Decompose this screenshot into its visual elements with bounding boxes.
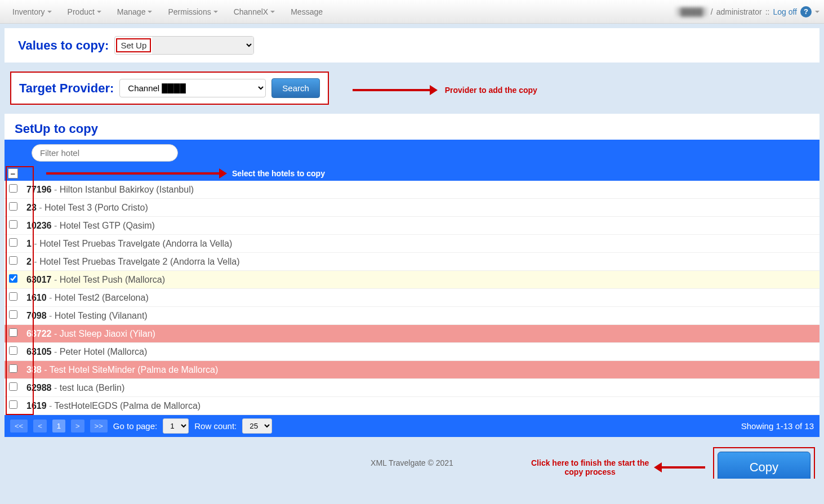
hotel-id: 1 xyxy=(26,239,32,248)
hotel-id: 62988 xyxy=(26,383,52,393)
hotel-id: 68722 xyxy=(26,329,52,338)
nav-item-inventory[interactable]: Inventory xyxy=(5,2,60,22)
select-all-row: − Select the hotels to copy xyxy=(5,166,819,181)
hotel-name: Hotel Test Push (Mallorca) xyxy=(60,275,165,284)
hotel-row: 62988 - test luca (Berlin) xyxy=(5,379,819,397)
filter-hotel-input[interactable] xyxy=(32,144,178,162)
nav-item-product[interactable]: Product xyxy=(60,2,109,22)
values-to-copy-select-wrap: Set Up xyxy=(114,36,254,55)
values-to-copy-section: Values to copy: Set Up xyxy=(5,28,819,63)
target-provider-box: Target Provider: Channel ████ Search xyxy=(10,72,329,105)
hotel-id: 63105 xyxy=(26,347,52,356)
values-to-copy-select[interactable] xyxy=(152,37,253,54)
hotel-checkbox[interactable] xyxy=(9,400,17,409)
hotel-checkbox[interactable] xyxy=(9,292,17,301)
hotel-checkbox[interactable] xyxy=(9,346,17,355)
nav-item-manage[interactable]: Manage xyxy=(109,2,161,22)
hotel-row: 388 - Test Hotel SiteMinder (Palma de Ma… xyxy=(5,361,819,379)
hotel-row: 77196 - Hilton Istanbul Bakirkoy (Istanb… xyxy=(5,181,819,199)
select-all-checkbox[interactable]: − xyxy=(8,168,18,179)
hotel-table: 77196 - Hilton Istanbul Bakirkoy (Istanb… xyxy=(5,181,819,415)
help-icon[interactable]: ? xyxy=(800,6,812,17)
hotel-row: 68722 - Just Sleep Jiaoxi (Yilan) xyxy=(5,325,819,343)
hotel-checkbox[interactable] xyxy=(9,184,17,193)
hotel-row: 1619 - TestHotelEGDS (Palma de Mallorca) xyxy=(5,397,819,415)
hotel-row: 7098 - Hotel Testing (Vilanant) xyxy=(5,307,819,325)
values-to-copy-label: Values to copy: xyxy=(18,38,109,53)
hotel-id: 77196 xyxy=(26,185,52,194)
hotel-id: 63017 xyxy=(26,275,52,284)
hotel-name: Hotel Test Pruebas Travelgate 2 (Andorra… xyxy=(39,257,239,266)
hotel-row: 10236 - Hotel Test GTP (Qasim) xyxy=(5,217,819,235)
nav-item-channelx[interactable]: ChannelX xyxy=(226,2,283,22)
arrow-right-icon xyxy=(353,89,431,91)
page-prev-button[interactable]: < xyxy=(33,420,47,432)
caret-down-icon xyxy=(97,11,101,13)
hotel-checkbox[interactable] xyxy=(9,382,17,391)
filter-bar xyxy=(5,140,819,166)
nav-item-message[interactable]: Message xyxy=(283,2,331,22)
hotel-row: 1 - Hotel Test Pruebas Travelgate (Andor… xyxy=(5,235,819,253)
hotel-id: 1619 xyxy=(26,401,47,411)
hotel-id: 23 xyxy=(26,203,37,212)
hotel-checkbox[interactable] xyxy=(9,220,17,229)
hotel-checkbox[interactable] xyxy=(9,364,17,373)
hotel-name: Hotel Test2 (Barcelona) xyxy=(55,293,149,302)
hotel-checkbox[interactable] xyxy=(9,328,17,337)
logoff-link[interactable]: Log off xyxy=(773,7,797,16)
select-hotels-annotation: Select the hotels to copy xyxy=(232,169,325,178)
hotel-id: 7098 xyxy=(26,311,47,320)
search-button[interactable]: Search xyxy=(271,78,320,98)
row-count-label: Row count: xyxy=(194,421,237,431)
pagination-bar: << < 1 > >> Go to page: 1 Row count: 25 … xyxy=(5,415,819,437)
hotel-row: 23 - Hotel Test 3 (Porto Cristo) xyxy=(5,199,819,217)
hotel-name: Peter Hotel (Mallorca) xyxy=(60,347,148,356)
hotel-checkbox[interactable] xyxy=(9,256,17,265)
hotel-name: Hotel Test 3 (Porto Cristo) xyxy=(44,203,148,212)
copy-annotation: Click here to finish the start the copy … xyxy=(528,458,652,476)
hotel-checkbox[interactable] xyxy=(9,202,17,211)
hotel-name: Test Hotel SiteMinder (Palma de Mallorca… xyxy=(50,365,219,374)
showing-text: Showing 1-13 of 13 xyxy=(741,421,814,431)
hotel-row: 1610 - Hotel Test2 (Barcelona) xyxy=(5,289,819,307)
separator: :: xyxy=(765,7,770,16)
page-next-button[interactable]: > xyxy=(71,420,84,432)
footer-text: XML Travelgate © 2021 xyxy=(371,458,453,467)
hotel-id: 1610 xyxy=(26,293,47,302)
caret-down-icon xyxy=(213,11,218,13)
provider-annotation: Provider to add the copy xyxy=(445,86,537,95)
arrow-right-icon xyxy=(46,172,221,175)
target-provider-label: Target Provider: xyxy=(19,81,114,96)
setup-heading: SetUp to copy xyxy=(15,122,98,136)
hotel-checkbox[interactable] xyxy=(9,310,17,319)
go-to-page-label: Go to page: xyxy=(113,421,157,431)
hotel-name: TestHotelEGDS (Palma de Mallorca) xyxy=(55,401,201,411)
nav-item-permissions[interactable]: Permissions xyxy=(160,2,225,22)
values-to-copy-selected-highlight: Set Up xyxy=(116,38,151,52)
hotel-id: 388 xyxy=(26,365,42,374)
copy-button[interactable]: Copy xyxy=(718,452,810,479)
hotel-name: Hilton Istanbul Bakirkoy (Istanbul) xyxy=(60,185,194,194)
go-to-page-select[interactable]: 1 xyxy=(163,418,189,434)
caret-down-icon xyxy=(148,11,152,13)
row-count-select[interactable]: 25 xyxy=(242,418,272,434)
setup-to-copy-panel: SetUp to copy − Select the hotels to cop… xyxy=(5,114,819,437)
hotel-row: 63017 - Hotel Test Push (Mallorca) xyxy=(5,271,819,289)
hotel-name: Hotel Testing (Vilanant) xyxy=(55,311,148,320)
hotel-id: 10236 xyxy=(26,221,52,230)
target-provider-select[interactable]: Channel ████ xyxy=(119,79,266,97)
hotel-checkbox[interactable] xyxy=(9,238,17,247)
hotel-name: Hotel Test GTP (Qasim) xyxy=(60,221,155,230)
page-first-button[interactable]: << xyxy=(10,420,28,432)
hotel-row: 2 - Hotel Test Pruebas Travelgate 2 (And… xyxy=(5,253,819,271)
page-number-button[interactable]: 1 xyxy=(52,420,65,432)
footer: XML Travelgate © 2021 Click here to fini… xyxy=(0,441,824,479)
top-nav: InventoryProductManagePermissionsChannel… xyxy=(0,0,824,24)
nav-user-area: ████ / administrator :: Log off ? xyxy=(676,6,819,17)
hotel-checkbox[interactable] xyxy=(9,274,17,283)
page-last-button[interactable]: >> xyxy=(90,420,108,432)
hotel-name: Just Sleep Jiaoxi (Yilan) xyxy=(60,329,155,338)
help-caret-icon[interactable] xyxy=(815,11,819,13)
hotel-name: test luca (Berlin) xyxy=(60,383,125,393)
caret-down-icon xyxy=(270,11,275,13)
